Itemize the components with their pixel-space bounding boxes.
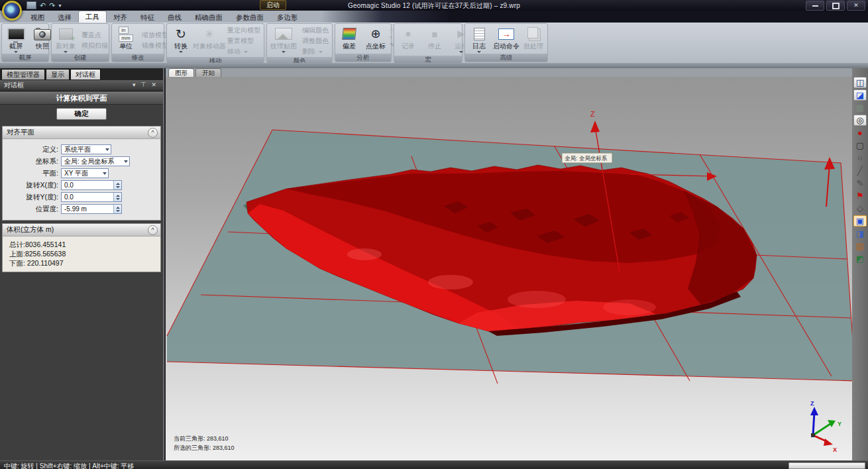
polygon-select-icon[interactable]: [853, 203, 867, 214]
ribbon-group-capture: 截屏 快照 截屏: [1, 23, 49, 62]
rotation-y-input[interactable]: 0.0: [61, 192, 122, 202]
ok-button[interactable]: 确定: [56, 108, 107, 120]
ribbon-group-color: 纹理贴图 编辑颜色 调整颜色 删除 颜色: [266, 23, 333, 62]
tab-start[interactable]: 开始: [195, 68, 221, 77]
delete-color-button[interactable]: 删除: [300, 47, 331, 56]
coordsys-select[interactable]: 全局: 全局坐标系: [61, 156, 130, 166]
redo-icon[interactable]: [49, 2, 55, 9]
move-button[interactable]: 移动: [225, 47, 262, 56]
left-panel: 模型管理器 显示 对话框 对话框 计算体积到平面 确定 对齐平面 定义:: [0, 68, 164, 460]
definition-value: 系统平面: [64, 145, 103, 154]
maximize-button[interactable]: [826, 1, 845, 11]
reset-model-button[interactable]: 重置模型: [225, 36, 262, 46]
coordsys-label: 坐标系:: [5, 157, 61, 166]
brush-select-icon[interactable]: [853, 178, 867, 189]
close-button[interactable]: [847, 1, 865, 11]
tab-polygons[interactable]: 多边形: [270, 12, 305, 23]
log-button[interactable]: 日志: [466, 25, 492, 53]
group-label-advanced: 高级: [465, 54, 547, 62]
titlebar: Geomagic Studio 12 (试用许可证在37天后过期) – z9.w…: [0, 0, 868, 11]
record-macro-button[interactable]: 记录: [396, 25, 421, 50]
new-object-button[interactable]: 新对象: [53, 25, 78, 53]
texture-mode-icon[interactable]: [853, 240, 867, 252]
colormap-mode-icon[interactable]: [853, 253, 867, 264]
viewport-canvas[interactable]: Z 全局: 全局坐标系 Z Y X: [166, 77, 852, 460]
panel-dropdown-icon[interactable]: [130, 80, 138, 90]
rectangle-select-icon[interactable]: [853, 140, 867, 151]
simulate-scan-button[interactable]: 模拟扫描: [80, 41, 110, 50]
units-button[interactable]: in mm 单位: [113, 25, 138, 50]
edit-color-button[interactable]: 编辑颜色: [300, 26, 331, 35]
definition-select[interactable]: 系统平面: [61, 144, 111, 154]
tab-tools[interactable]: 工具: [78, 11, 107, 23]
spinner-arrows-icon[interactable]: [113, 205, 121, 213]
volume-section-header[interactable]: 体积(立方体 m): [3, 224, 160, 236]
line-select-icon[interactable]: [853, 165, 867, 176]
batch-process-button[interactable]: 批处理: [521, 25, 546, 50]
spinner-arrows-icon[interactable]: [113, 193, 121, 201]
tab-features[interactable]: 特征: [134, 12, 161, 23]
tab-curves[interactable]: 曲线: [161, 12, 188, 23]
reorient-model-button[interactable]: 重定向模型: [225, 26, 262, 35]
collapse-chevron-icon[interactable]: [148, 128, 158, 138]
save-icon[interactable]: [27, 1, 36, 9]
tab-view[interactable]: 视图: [24, 12, 51, 23]
stop-macro-button[interactable]: 停止: [422, 25, 447, 50]
screenshot-button[interactable]: 截屏: [3, 25, 28, 53]
rotate-arrows-icon: [176, 25, 186, 42]
active-select-mode-icon[interactable]: [853, 215, 867, 227]
align-plane-section-header[interactable]: 对齐平面: [3, 127, 160, 139]
backface-mode-icon[interactable]: [853, 228, 867, 239]
perspective-view-icon[interactable]: [853, 77, 867, 88]
new-object-label: 新对象: [56, 42, 76, 50]
app-logo-icon[interactable]: [2, 1, 22, 21]
shaded-view-icon[interactable]: [853, 127, 867, 138]
status-bar: 中键: 旋转 | Shift+右键: 缩放 | Alt+中键: 平移: [0, 460, 868, 469]
adjust-color-button[interactable]: 调整颜色: [300, 36, 331, 46]
deviation-button[interactable]: 偏差: [337, 25, 362, 50]
units-label: 单位: [119, 42, 133, 50]
units-mm-glyph: mm: [119, 34, 133, 42]
position-input[interactable]: -5.99 m: [61, 204, 122, 214]
minimize-button[interactable]: [806, 1, 824, 11]
wrap-points-button[interactable]: 覆盖点: [80, 30, 110, 40]
tab-parametric-surfaces[interactable]: 参数曲面: [229, 12, 270, 23]
viewport-tab-row: 图形 开始: [166, 68, 852, 77]
plane-select[interactable]: XY 平面: [61, 168, 109, 178]
qat-dropdown-icon[interactable]: [58, 3, 61, 9]
texture-map-button[interactable]: 纹理贴图: [268, 25, 299, 53]
datum-display-icon[interactable]: [853, 102, 867, 113]
group-label-modify: 修改: [112, 54, 164, 62]
rotation-x-input[interactable]: 0.0: [61, 180, 122, 190]
magnifier-icon[interactable]: [853, 115, 867, 126]
spinner-arrows-icon[interactable]: [113, 181, 121, 189]
log-page-icon: [474, 25, 485, 42]
transform-button[interactable]: 转换: [168, 25, 193, 53]
geomagic-studio-window: Geomagic Studio 12 (试用许可证在37天后过期) – z9.w…: [0, 0, 868, 469]
lasso-select-icon[interactable]: [853, 152, 867, 164]
tab-display[interactable]: 显示: [46, 69, 70, 79]
tab-exact-surfaces[interactable]: 精确曲面: [188, 12, 229, 23]
collapse-chevron-icon[interactable]: [148, 225, 158, 235]
undo-icon[interactable]: [40, 2, 46, 9]
tab-dialog[interactable]: 对话框: [70, 69, 101, 79]
record-icon: [405, 25, 411, 42]
flood-select-icon[interactable]: [853, 190, 867, 201]
point-coordinates-button[interactable]: 点坐标: [363, 25, 388, 50]
mouse-hint: 中键: 旋转 | Shift+右键: 缩放 | Alt+中键: 平移: [4, 462, 134, 469]
mover-icon: [205, 25, 213, 42]
ribbon-group-move: 转换 对象移动器 重定向模型 重置模型 移动 移动: [166, 23, 264, 62]
tab-align[interactable]: 对齐: [107, 12, 134, 23]
tab-select[interactable]: 选择: [51, 12, 78, 23]
launch-command-button[interactable]: 启动命令: [493, 25, 519, 50]
tab-graphics[interactable]: 图形: [168, 68, 194, 77]
panel-close-icon[interactable]: [148, 80, 159, 90]
current-triangles-count: 当前三角形: 283,610: [174, 435, 229, 443]
chevron-down-icon: [477, 51, 481, 53]
panel-pin-icon[interactable]: [138, 80, 149, 90]
triad-y-label: Y: [838, 421, 841, 427]
object-mover-button[interactable]: 对象移动器: [195, 25, 224, 50]
tab-model-manager[interactable]: 模型管理器: [1, 69, 45, 79]
launch-menu[interactable]: 启动: [260, 0, 286, 10]
fit-view-icon[interactable]: [853, 89, 867, 101]
